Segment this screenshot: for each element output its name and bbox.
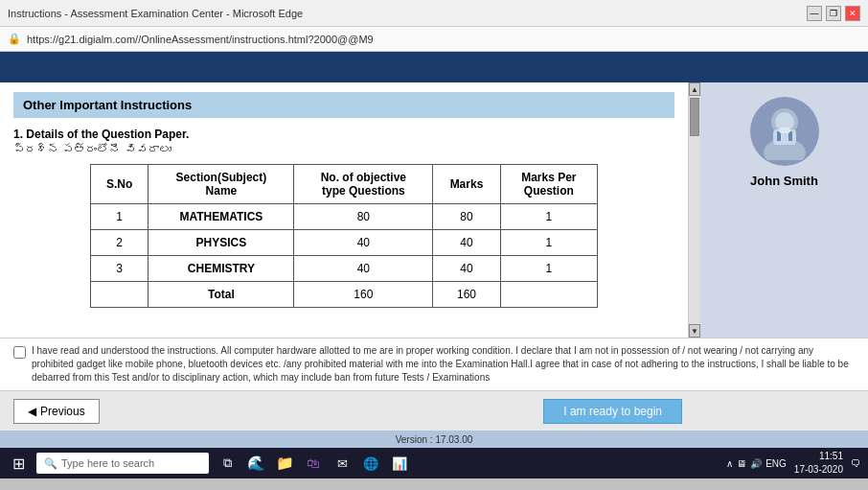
chevron-left-icon: ◀ (28, 405, 36, 418)
avatar-icon (756, 103, 813, 160)
lock-icon: 🔒 (8, 33, 21, 45)
minimize-button[interactable]: — (807, 6, 822, 21)
taskbar-search-box[interactable]: 🔍 Type here to search (36, 453, 209, 474)
search-icon: 🔍 (44, 457, 57, 470)
cell-marks: 40 (433, 230, 500, 256)
cell-total-label: Total (148, 282, 294, 308)
windows-icon[interactable]: ⊞ (8, 453, 29, 474)
cell-total-marks: 160 (433, 282, 500, 308)
col-marks: Marks (433, 165, 500, 204)
cell-marks: 80 (433, 204, 500, 230)
table-row: 3 CHEMISTRY 40 40 1 (91, 256, 598, 282)
content-wrapper: Other Important Instructions 1. Details … (0, 82, 868, 338)
tray-icons: ∧ 🖥 🔊 ENG (726, 458, 787, 469)
system-tray: ∧ 🖥 🔊 ENG 11:51 17-03-2020 🗨 (726, 450, 860, 477)
col-marks-per-question: Marks PerQuestion (500, 165, 597, 204)
scroll-up-arrow[interactable]: ▲ (689, 82, 700, 96)
ready-label: I am ready to begin (563, 405, 662, 418)
cell-marks: 40 (433, 256, 500, 282)
section-header: Other Important Instructions (13, 92, 674, 118)
cell-questions: 40 (294, 230, 433, 256)
powerpoint-icon[interactable]: 📊 (389, 453, 410, 474)
terms-section: I have read and understood the instructi… (0, 338, 868, 390)
col-questions: No. of objectivetype Questions (294, 165, 433, 204)
cell-total-questions: 160 (294, 282, 433, 308)
instruction-title: 1. Details of the Question Paper. (13, 128, 674, 141)
action-bar: ◀ Previous I am ready to begin (0, 390, 868, 431)
app-header (0, 52, 868, 82)
avatar (750, 97, 819, 166)
previous-label: Previous (40, 405, 85, 418)
cell-subject: CHEMISTRY (148, 256, 294, 282)
cell-subject: PHYSICS (148, 230, 294, 256)
version-bar: Version : 17.03.00 (0, 431, 868, 448)
edge-icon[interactable]: 🌊 (245, 453, 266, 474)
taskbar-datetime: 11:51 17-03-2020 (794, 450, 843, 477)
main-content: Other Important Instructions 1. Details … (0, 82, 689, 338)
ready-button[interactable]: I am ready to begin (543, 399, 682, 424)
cell-questions: 40 (294, 256, 433, 282)
explorer-icon[interactable]: 📁 (274, 453, 295, 474)
taskbar: ⊞ 🔍 Type here to search ⧉ 🌊 📁 🛍 ✉ 🌐 📊 ∧ … (0, 448, 868, 478)
scroll-thumb[interactable] (690, 98, 699, 136)
url-text: https://g21.digialm.com//OnlineAssessmen… (27, 34, 374, 45)
section-title: Other Important Instructions (23, 98, 192, 112)
browser-icon[interactable]: 🌐 (360, 453, 381, 474)
cell-sno: 1 (91, 204, 148, 230)
cell-per-q: 1 (500, 230, 597, 256)
browser-controls[interactable]: — ❐ ✕ (807, 6, 860, 21)
table-row: 1 MATHEMATICS 80 80 1 (91, 204, 598, 230)
taskview-icon[interactable]: ⧉ (217, 453, 238, 474)
store-icon[interactable]: 🛍 (303, 453, 324, 474)
address-bar: 🔒 https://g21.digialm.com//OnlineAssessm… (0, 27, 868, 52)
arrow-up-icon[interactable]: ∧ (726, 458, 733, 469)
sidebar: John Smith (700, 82, 868, 338)
taskbar-date-display: 17-03-2020 (794, 463, 843, 477)
instruction-subtitle: ప్రశ్న పత్రంలోని వివరాలు (13, 143, 674, 156)
cell-sno: 2 (91, 230, 148, 256)
svg-rect-6 (779, 128, 790, 133)
question-paper-table: S.No Section(Subject)Name No. of objecti… (90, 164, 598, 308)
scrollbar[interactable]: ▲ ▼ (689, 82, 700, 338)
previous-button[interactable]: ◀ Previous (13, 399, 100, 424)
cell-sno: 3 (91, 256, 148, 282)
terms-text: I have read and understood the instructi… (32, 344, 855, 385)
cell-sno-total (91, 282, 148, 308)
terms-checkbox[interactable] (13, 346, 26, 359)
scroll-down-arrow[interactable]: ▼ (689, 324, 700, 338)
taskbar-time-display: 11:51 (794, 450, 843, 463)
browser-title: Instructions - Assessment Examination Ce… (8, 8, 303, 19)
cell-questions: 80 (294, 204, 433, 230)
user-name: John Smith (750, 174, 818, 188)
network-icon[interactable]: 🖥 (737, 458, 746, 469)
col-subject: Section(Subject)Name (148, 165, 294, 204)
mail-icon[interactable]: ✉ (331, 453, 353, 474)
restore-button[interactable]: ❐ (826, 6, 841, 21)
cell-per-q: 1 (500, 204, 597, 230)
volume-icon[interactable]: 🔊 (750, 458, 762, 469)
cell-total-per-q (500, 282, 597, 308)
notification-icon[interactable]: 🗨 (851, 458, 860, 469)
language-indicator: ENG (765, 458, 787, 469)
taskbar-search-placeholder: Type here to search (61, 457, 154, 469)
cell-subject: MATHEMATICS (148, 204, 294, 230)
table-row: 2 PHYSICS 40 40 1 (91, 230, 598, 256)
table-row-total: Total 160 160 (91, 282, 598, 308)
app-container: Other Important Instructions 1. Details … (0, 52, 868, 448)
col-sno: S.No (91, 165, 148, 204)
close-button[interactable]: ✕ (845, 6, 860, 21)
cell-per-q: 1 (500, 256, 597, 282)
version-text: Version : 17.03.00 (396, 434, 473, 445)
browser-titlebar: Instructions - Assessment Examination Ce… (0, 0, 868, 27)
